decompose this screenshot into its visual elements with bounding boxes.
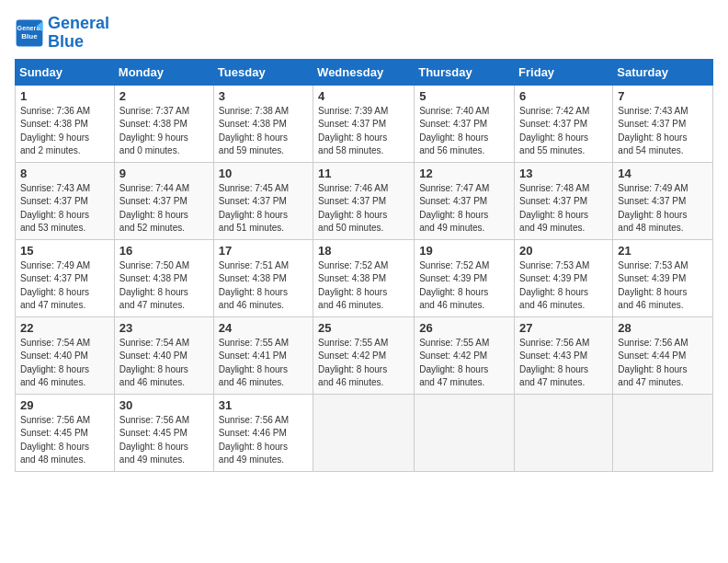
day-number: 14 [618,167,708,180]
day-number: 9 [119,167,209,180]
calendar-cell: 5Sunrise: 7:40 AM Sunset: 4:37 PM Daylig… [415,85,515,162]
day-detail: Sunrise: 7:55 AM Sunset: 4:42 PM Dayligh… [419,337,509,390]
day-detail: Sunrise: 7:37 AM Sunset: 4:38 PM Dayligh… [119,105,209,158]
day-number: 22 [20,321,109,335]
day-detail: Sunrise: 7:53 AM Sunset: 4:39 PM Dayligh… [618,259,708,313]
calendar-cell [515,394,613,471]
day-header-friday: Friday [515,59,613,85]
day-detail: Sunrise: 7:42 AM Sunset: 4:37 PM Dayligh… [519,105,608,158]
day-header-sunday: Sunday [16,59,115,85]
calendar-cell: 27Sunrise: 7:56 AM Sunset: 4:43 PM Dayli… [515,316,613,394]
calendar-cell: 26Sunrise: 7:55 AM Sunset: 4:42 PM Dayli… [415,316,515,394]
calendar-cell: 9Sunrise: 7:44 AM Sunset: 4:37 PM Daylig… [114,162,213,239]
calendar-cell: 20Sunrise: 7:53 AM Sunset: 4:39 PM Dayli… [515,239,613,316]
day-detail: Sunrise: 7:56 AM Sunset: 4:46 PM Dayligh… [219,414,308,467]
calendar-cell [415,394,515,471]
day-header-saturday: Saturday [613,59,713,85]
day-number: 4 [318,89,409,103]
day-number: 5 [419,89,509,103]
day-detail: Sunrise: 7:36 AM Sunset: 4:38 PM Dayligh… [20,105,109,158]
day-detail: Sunrise: 7:53 AM Sunset: 4:39 PM Dayligh… [519,259,608,313]
calendar-cell: 7Sunrise: 7:43 AM Sunset: 4:37 PM Daylig… [613,85,713,162]
day-number: 29 [20,398,109,412]
day-number: 6 [519,89,608,103]
day-number: 27 [519,321,608,335]
day-number: 15 [20,244,109,258]
day-detail: Sunrise: 7:52 AM Sunset: 4:39 PM Dayligh… [419,259,509,313]
calendar-cell: 30Sunrise: 7:56 AM Sunset: 4:45 PM Dayli… [114,394,213,471]
calendar-cell: 13Sunrise: 7:48 AM Sunset: 4:37 PM Dayli… [515,162,613,239]
calendar-cell: 29Sunrise: 7:56 AM Sunset: 4:45 PM Dayli… [16,394,115,471]
day-detail: Sunrise: 7:48 AM Sunset: 4:37 PM Dayligh… [519,182,608,236]
day-detail: Sunrise: 7:49 AM Sunset: 4:37 PM Dayligh… [20,259,109,313]
day-number: 31 [219,398,308,412]
day-detail: Sunrise: 7:55 AM Sunset: 4:42 PM Dayligh… [318,337,409,390]
day-number: 23 [119,321,209,335]
calendar-cell: 15Sunrise: 7:49 AM Sunset: 4:37 PM Dayli… [16,239,115,316]
calendar-cell [613,394,713,471]
day-detail: Sunrise: 7:38 AM Sunset: 4:38 PM Dayligh… [219,105,308,158]
day-detail: Sunrise: 7:47 AM Sunset: 4:37 PM Dayligh… [419,182,509,236]
day-header-tuesday: Tuesday [213,59,313,85]
day-number: 13 [519,167,608,180]
calendar-cell: 14Sunrise: 7:49 AM Sunset: 4:37 PM Dayli… [613,162,713,239]
day-number: 16 [119,244,209,258]
day-number: 19 [419,244,509,258]
day-detail: Sunrise: 7:43 AM Sunset: 4:37 PM Dayligh… [20,182,109,236]
calendar-cell: 28Sunrise: 7:56 AM Sunset: 4:44 PM Dayli… [613,316,713,394]
calendar-cell: 3Sunrise: 7:38 AM Sunset: 4:38 PM Daylig… [213,85,313,162]
day-detail: Sunrise: 7:44 AM Sunset: 4:37 PM Dayligh… [119,182,209,236]
calendar-cell [313,394,415,471]
day-number: 2 [119,89,209,103]
day-number: 7 [618,89,708,103]
day-number: 8 [20,167,109,180]
day-detail: Sunrise: 7:49 AM Sunset: 4:37 PM Dayligh… [618,182,708,236]
calendar-week-row: 8Sunrise: 7:43 AM Sunset: 4:37 PM Daylig… [16,162,713,239]
day-detail: Sunrise: 7:50 AM Sunset: 4:38 PM Dayligh… [119,259,209,313]
day-number: 30 [119,398,209,412]
calendar-cell: 12Sunrise: 7:47 AM Sunset: 4:37 PM Dayli… [415,162,515,239]
day-detail: Sunrise: 7:46 AM Sunset: 4:37 PM Dayligh… [318,182,409,236]
calendar-cell: 1Sunrise: 7:36 AM Sunset: 4:38 PM Daylig… [16,85,115,162]
calendar-cell: 4Sunrise: 7:39 AM Sunset: 4:37 PM Daylig… [313,85,415,162]
day-number: 12 [419,167,509,180]
day-detail: Sunrise: 7:40 AM Sunset: 4:37 PM Dayligh… [419,105,509,158]
calendar-table: SundayMondayTuesdayWednesdayThursdayFrid… [15,59,713,472]
calendar-cell: 17Sunrise: 7:51 AM Sunset: 4:38 PM Dayli… [213,239,313,316]
day-detail: Sunrise: 7:56 AM Sunset: 4:45 PM Dayligh… [20,414,109,467]
calendar-cell: 16Sunrise: 7:50 AM Sunset: 4:38 PM Dayli… [114,239,213,316]
calendar-cell: 22Sunrise: 7:54 AM Sunset: 4:40 PM Dayli… [16,316,115,394]
calendar-cell: 2Sunrise: 7:37 AM Sunset: 4:38 PM Daylig… [114,85,213,162]
day-detail: Sunrise: 7:56 AM Sunset: 4:44 PM Dayligh… [618,337,708,390]
day-detail: Sunrise: 7:45 AM Sunset: 4:37 PM Dayligh… [219,182,308,236]
day-number: 1 [20,89,109,103]
calendar-cell: 21Sunrise: 7:53 AM Sunset: 4:39 PM Dayli… [613,239,713,316]
day-number: 11 [318,167,409,180]
calendar-cell: 18Sunrise: 7:52 AM Sunset: 4:38 PM Dayli… [313,239,415,316]
calendar-cell: 10Sunrise: 7:45 AM Sunset: 4:37 PM Dayli… [213,162,313,239]
calendar-cell: 6Sunrise: 7:42 AM Sunset: 4:37 PM Daylig… [515,85,613,162]
day-number: 26 [419,321,509,335]
day-number: 17 [219,244,308,258]
day-number: 3 [219,89,308,103]
day-header-monday: Monday [114,59,213,85]
day-number: 21 [618,244,708,258]
logo-text: GeneralBlue [48,15,109,52]
day-number: 20 [519,244,608,258]
calendar-cell: 24Sunrise: 7:55 AM Sunset: 4:41 PM Dayli… [213,316,313,394]
calendar-cell: 8Sunrise: 7:43 AM Sunset: 4:37 PM Daylig… [16,162,115,239]
day-detail: Sunrise: 7:39 AM Sunset: 4:37 PM Dayligh… [318,105,409,158]
day-number: 28 [618,321,708,335]
calendar-cell: 19Sunrise: 7:52 AM Sunset: 4:39 PM Dayli… [415,239,515,316]
day-number: 25 [318,321,409,335]
day-detail: Sunrise: 7:54 AM Sunset: 4:40 PM Dayligh… [119,337,209,390]
day-header-wednesday: Wednesday [313,59,415,85]
calendar-cell: 23Sunrise: 7:54 AM Sunset: 4:40 PM Dayli… [114,316,213,394]
calendar-week-row: 1Sunrise: 7:36 AM Sunset: 4:38 PM Daylig… [16,85,713,162]
day-number: 18 [318,244,409,258]
day-number: 10 [219,167,308,180]
calendar-cell: 25Sunrise: 7:55 AM Sunset: 4:42 PM Dayli… [313,316,415,394]
calendar-week-row: 22Sunrise: 7:54 AM Sunset: 4:40 PM Dayli… [16,316,713,394]
calendar-header-row: SundayMondayTuesdayWednesdayThursdayFrid… [16,59,713,85]
svg-text:Blue: Blue [21,31,38,40]
